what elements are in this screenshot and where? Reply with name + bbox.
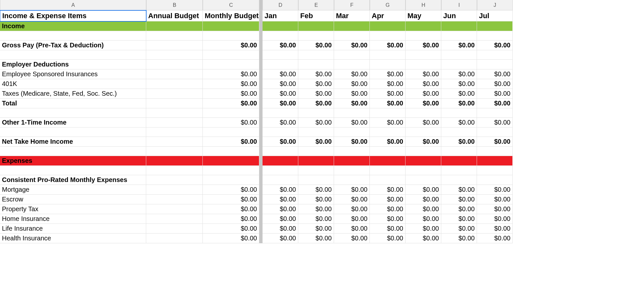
cell-r8-E[interactable]: $0.00 [298,99,334,108]
cell-r19-C[interactable]: $0.00 [203,204,259,214]
cell-r15-F[interactable] [334,166,370,175]
column-header-J[interactable]: J [477,0,513,10]
cell-r10-F[interactable]: $0.00 [334,118,370,127]
cell-r21-H[interactable]: $0.00 [406,224,441,234]
cell-r9-J[interactable] [477,108,513,118]
cell-r7-D[interactable]: $0.00 [263,89,298,99]
cell-r15-J[interactable] [477,166,513,175]
cell-r14-C[interactable] [203,156,259,166]
cell-r5-B[interactable] [146,69,203,79]
cell-r14-B[interactable] [146,156,203,166]
cell-r11-E[interactable] [298,127,334,137]
cell-r21-B[interactable] [146,224,203,234]
cell-r11-A[interactable] [0,127,146,137]
cell-r19-H[interactable]: $0.00 [406,204,441,214]
cell-r18-G[interactable]: $0.00 [370,195,406,204]
cell-r10-I[interactable]: $0.00 [441,118,477,127]
cell-r14-H[interactable] [406,156,441,166]
cell-r20-H[interactable]: $0.00 [406,214,441,224]
cell-r7-E[interactable]: $0.00 [298,89,334,99]
cell-r15-A[interactable] [0,166,146,175]
cell-r5-J[interactable]: $0.00 [477,69,513,79]
cell-r13-A[interactable] [0,147,146,156]
column-header-C[interactable]: C [203,0,259,10]
cell-r13-C[interactable] [203,147,259,156]
cell-r13-D[interactable] [263,147,298,156]
cell-r1-G[interactable] [370,31,406,41]
cell-r21-D[interactable]: $0.00 [263,224,298,234]
cell-r19-E[interactable]: $0.00 [298,204,334,214]
cell-r22-E[interactable]: $0.00 [298,234,334,243]
cell-r0-B[interactable] [146,21,203,31]
cell-r4-B[interactable] [146,60,203,69]
cell-r20-A[interactable]: Home Insurance [0,214,146,224]
header-cell-J[interactable]: Jul [477,10,513,21]
cell-r4-F[interactable] [334,60,370,69]
header-cell-C[interactable]: Monthly Budget [203,10,259,21]
cell-r11-G[interactable] [370,127,406,137]
cell-r20-D[interactable]: $0.00 [263,214,298,224]
cell-r5-G[interactable]: $0.00 [370,69,406,79]
cell-r21-G[interactable]: $0.00 [370,224,406,234]
cell-r17-F[interactable]: $0.00 [334,185,370,195]
cell-r6-B[interactable] [146,79,203,89]
cell-r11-D[interactable] [263,127,298,137]
cell-r21-F[interactable]: $0.00 [334,224,370,234]
cell-r22-A[interactable]: Health Insurance [0,234,146,243]
cell-r8-D[interactable]: $0.00 [263,99,298,108]
cell-r20-F[interactable]: $0.00 [334,214,370,224]
cell-r18-E[interactable]: $0.00 [298,195,334,204]
cell-r4-H[interactable] [406,60,441,69]
cell-r16-I[interactable] [441,175,477,185]
cell-r19-G[interactable]: $0.00 [370,204,406,214]
cell-r1-I[interactable] [441,31,477,41]
cell-r18-C[interactable]: $0.00 [203,195,259,204]
cell-r22-H[interactable]: $0.00 [406,234,441,243]
cell-r18-F[interactable]: $0.00 [334,195,370,204]
cell-r2-G[interactable]: $0.00 [370,41,406,50]
cell-r10-H[interactable]: $0.00 [406,118,441,127]
cell-r11-F[interactable] [334,127,370,137]
cell-r18-B[interactable] [146,195,203,204]
cell-r3-D[interactable] [263,50,298,60]
cell-r19-I[interactable]: $0.00 [441,204,477,214]
cell-r11-B[interactable] [146,127,203,137]
cell-r14-D[interactable] [263,156,298,166]
cell-r18-H[interactable]: $0.00 [406,195,441,204]
cell-r12-H[interactable]: $0.00 [406,137,441,147]
cell-r4-E[interactable] [298,60,334,69]
cell-r17-A[interactable]: Mortgage [0,185,146,195]
cell-r7-A[interactable]: Taxes (Medicare, State, Fed, Soc. Sec.) [0,89,146,99]
cell-r8-A[interactable]: Total [0,99,146,108]
cell-r21-J[interactable]: $0.00 [477,224,513,234]
cell-r17-C[interactable]: $0.00 [203,185,259,195]
cell-r0-I[interactable] [441,21,477,31]
cell-r5-C[interactable]: $0.00 [203,69,259,79]
cell-r16-H[interactable] [406,175,441,185]
cell-r2-D[interactable]: $0.00 [263,41,298,50]
cell-r14-G[interactable] [370,156,406,166]
cell-r0-A[interactable]: Income [0,21,146,31]
cell-r15-E[interactable] [298,166,334,175]
cell-r0-H[interactable] [406,21,441,31]
cell-r9-F[interactable] [334,108,370,118]
cell-r1-H[interactable] [406,31,441,41]
cell-r3-F[interactable] [334,50,370,60]
cell-r0-J[interactable] [477,21,513,31]
cell-r3-A[interactable] [0,50,146,60]
cell-r5-I[interactable]: $0.00 [441,69,477,79]
cell-r1-E[interactable] [298,31,334,41]
cell-r22-F[interactable]: $0.00 [334,234,370,243]
cell-r21-C[interactable]: $0.00 [203,224,259,234]
cell-r1-A[interactable] [0,31,146,41]
cell-r15-C[interactable] [203,166,259,175]
cell-r9-B[interactable] [146,108,203,118]
cell-r12-C[interactable]: $0.00 [203,137,259,147]
header-cell-B[interactable]: Annual Budget [146,10,203,21]
cell-r20-C[interactable]: $0.00 [203,214,259,224]
cell-r1-C[interactable] [203,31,259,41]
cell-r11-I[interactable] [441,127,477,137]
cell-r18-J[interactable]: $0.00 [477,195,513,204]
column-header-B[interactable]: B [146,0,203,10]
cell-r19-A[interactable]: Property Tax [0,204,146,214]
